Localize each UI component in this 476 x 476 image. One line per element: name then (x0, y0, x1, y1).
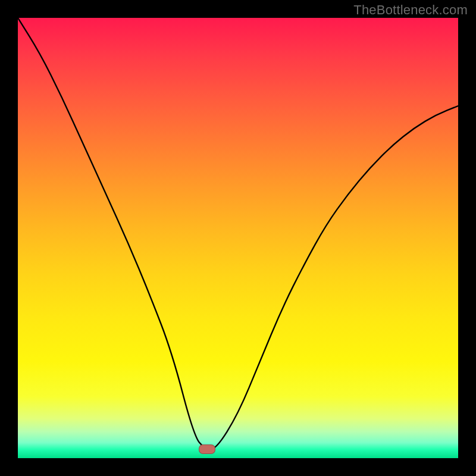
bottleneck-curve (18, 18, 458, 458)
watermark-text: TheBottleneck.com (353, 2, 468, 18)
sweet-spot-marker (199, 444, 215, 454)
plot-area (18, 18, 458, 458)
curve-path (18, 18, 458, 449)
chart-frame: TheBottleneck.com (0, 0, 476, 476)
